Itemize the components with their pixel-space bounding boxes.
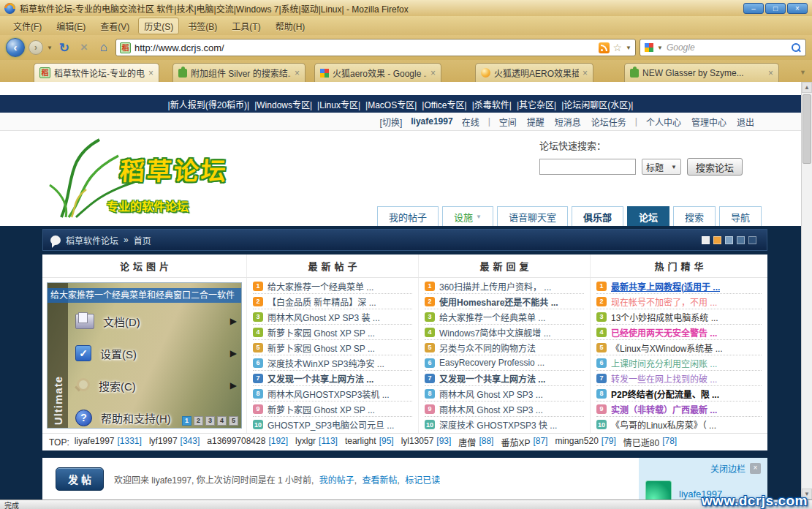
page-button[interactable]: 3	[205, 416, 215, 426]
stop-button[interactable]: ×	[76, 40, 92, 55]
search-go-icon[interactable]	[792, 43, 801, 53]
style-swatch[interactable]	[748, 236, 756, 244]
user-link[interactable]: 论坛任务	[591, 116, 626, 128]
web-search-input[interactable]	[667, 42, 788, 53]
bookmark-star-icon[interactable]: ☆	[613, 42, 623, 53]
search-category-select[interactable]: 标题 ▼	[642, 159, 681, 175]
reply-link[interactable]: 2 使用Homeshare还是不能共 ...	[425, 294, 584, 309]
web-search-box[interactable]: ▼	[640, 39, 806, 56]
vertical-scrollbar[interactable]: ▲ ▼	[801, 82, 812, 499]
digest-link[interactable]: 2 现在帐号不加密了，不用 ...	[596, 294, 762, 309]
menu-bookmarks[interactable]: 书签(B)	[182, 18, 223, 34]
digest-link[interactable]: 8 P2P终结者(分配流量、限 ...	[596, 386, 762, 401]
post-link[interactable]: 9 新萝卜家园 Ghost XP SP ...	[253, 401, 412, 417]
quick-search-input[interactable]	[539, 159, 636, 175]
topnav-link[interactable]: |新人报到(得20稻币)|	[168, 98, 250, 110]
minimize-button[interactable]: –	[743, 3, 764, 14]
menu-help[interactable]: 帮助(H)	[270, 18, 311, 34]
url-dropdown-icon[interactable]: ▼	[626, 45, 631, 51]
avatar[interactable]	[645, 480, 672, 499]
menu-tools[interactable]: 工具(T)	[226, 18, 266, 34]
tab-glasser[interactable]: NEW Glasser by Szyme... ×	[624, 63, 779, 82]
switch-user-link[interactable]: [切换]	[380, 116, 403, 128]
top-user[interactable]: liyafe1997 [1331]	[75, 436, 142, 448]
user-link[interactable]: 提醒	[527, 116, 545, 128]
rss-icon[interactable]	[599, 42, 610, 53]
mark-read-link[interactable]: 标记已读	[405, 475, 440, 486]
tab-close-icon[interactable]: ×	[583, 68, 588, 78]
user-link[interactable]: 个人中心	[646, 116, 681, 128]
reply-link[interactable]: 6 EasyRecovery Professio ...	[425, 355, 584, 371]
slideshow-caption[interactable]: 给大家推荐一个经典菜单和经典窗口二合一软件	[48, 288, 241, 303]
tab-search[interactable]: 搜索	[673, 206, 716, 226]
reply-link[interactable]: 8 雨林木风 Ghost XP SP3 ...	[425, 386, 584, 401]
reply-link[interactable]: 5 另类与众不同的购物方法	[425, 340, 584, 355]
breadcrumb-site-link[interactable]: 稻草软件论坛	[66, 234, 118, 246]
scrollbar-thumb[interactable]	[802, 94, 811, 164]
tab-close-icon[interactable]: ×	[148, 68, 153, 78]
digest-link[interactable]: 4 已经使用两天无安全警告 ...	[596, 325, 762, 340]
forum-search-button[interactable]: 搜索论坛	[687, 158, 743, 176]
forum-image-slideshow[interactable]: Ultimate 给大家推荐一个经典菜单和经典窗口二合一软件 文档(D) ▶	[47, 282, 242, 429]
view-new-posts-link[interactable]: 查看新帖	[362, 475, 397, 486]
maximize-button[interactable]: □	[765, 3, 786, 14]
tab-google-aero[interactable]: 火狐aero效果 - Google ... ×	[314, 63, 441, 82]
reply-link[interactable]: 1 360扫描并上传用户资料， ...	[425, 279, 584, 294]
style-swatch[interactable]	[725, 236, 733, 244]
tab-voice-chat[interactable]: 语音聊天室	[497, 206, 568, 226]
home-button[interactable]: ⌂	[96, 40, 112, 55]
menu-view[interactable]: 查看(V)	[94, 18, 135, 34]
menu-edit[interactable]: 编辑(E)	[50, 18, 91, 34]
tab-navigation[interactable]: 导航	[719, 206, 762, 226]
tab-close-icon[interactable]: ×	[295, 68, 300, 78]
page-button[interactable]: 2	[194, 416, 203, 426]
tab-close-icon[interactable]: ×	[768, 68, 773, 78]
top-user[interactable]: tearlight [95]	[345, 436, 394, 448]
new-post-button[interactable]: 发 帖	[56, 467, 104, 491]
post-link[interactable]: 8 雨林木风GHOSTXPSP3装机 ...	[253, 386, 412, 401]
scrollbar-track[interactable]	[802, 93, 812, 489]
user-link[interactable]: 退出	[737, 116, 754, 128]
top-user[interactable]: mingan520 [79]	[555, 436, 615, 448]
list-all-tabs-icon[interactable]: ▼	[800, 69, 806, 76]
tab-aero-plugin[interactable]: 火狐透明AERO效果插件~... ×	[475, 63, 593, 82]
post-link[interactable]: 7 又发现一个共享上网方法 ...	[253, 371, 412, 386]
menu-history[interactable]: 历史(S)	[138, 18, 179, 34]
style-swatch[interactable]	[713, 236, 721, 244]
tab-my-posts[interactable]: 我的帖子	[377, 206, 439, 226]
digest-link[interactable]: 9 实测（非转载）广西最新 ...	[596, 401, 762, 417]
topnav-link[interactable]: |杀毒软件|	[472, 98, 512, 110]
topnav-link[interactable]: |Linux专区|	[317, 98, 360, 110]
back-button[interactable]: ‹	[6, 38, 25, 57]
top-user[interactable]: 番茄XP [87]	[501, 436, 547, 448]
tab-facilities[interactable]: 设施 ▼	[442, 206, 493, 226]
menu-file[interactable]: 文件(F)	[7, 18, 48, 34]
top-user[interactable]: 情已逝80 [78]	[623, 436, 677, 448]
digest-link[interactable]: 1 最新共享上网教程(适用于 ...	[596, 279, 762, 294]
forum-logo[interactable]: 稻草论坛 专业的软件论坛	[45, 132, 352, 225]
digest-link[interactable]: 6 上课时间充分利用空闲账 ...	[596, 355, 762, 371]
user-link[interactable]: 管理中心	[691, 116, 726, 128]
post-link[interactable]: 6 深度技术WinXP SP3纯净安 ...	[253, 355, 412, 371]
page-button[interactable]: 5	[229, 416, 238, 426]
top-user[interactable]: lyf1997 [343]	[149, 436, 200, 448]
digest-link[interactable]: 3 13个小妙招成就电脑系统 ...	[596, 309, 762, 325]
digest-link[interactable]: 7 转发一些在网上找到的破 ...	[596, 371, 762, 386]
reply-link[interactable]: 10 深度技术 GHOSTXPSP3 快 ...	[425, 417, 584, 432]
close-icon[interactable]: ×	[750, 463, 761, 474]
user-link[interactable]: 空间	[499, 116, 517, 128]
scroll-up-icon[interactable]: ▲	[802, 82, 812, 93]
top-user[interactable]: lyl13057 [93]	[401, 436, 452, 448]
search-engine-dropdown-icon[interactable]: ▼	[657, 45, 663, 51]
tab-addons-search[interactable]: 附加组件 Silver 的搜索结... ×	[172, 63, 306, 82]
close-button[interactable]: ×	[787, 3, 808, 14]
url-input[interactable]	[134, 42, 595, 53]
my-posts-link[interactable]: 我的帖子	[319, 475, 354, 486]
user-link[interactable]: 短消息	[555, 116, 581, 128]
history-dropdown-icon[interactable]: ▼	[47, 45, 53, 51]
digest-link[interactable]: 5 《Linux与XWindow系统基 ...	[596, 340, 762, 355]
reply-link[interactable]: 7 又发现一个共享上网方法 ...	[425, 371, 584, 386]
topnav-link[interactable]: |其它杂区|	[517, 98, 556, 110]
reply-link[interactable]: 4 Windows7简体中文旗舰增 ...	[425, 325, 584, 340]
post-link[interactable]: 4 新萝卜家园 Ghost XP SP ...	[253, 325, 412, 340]
